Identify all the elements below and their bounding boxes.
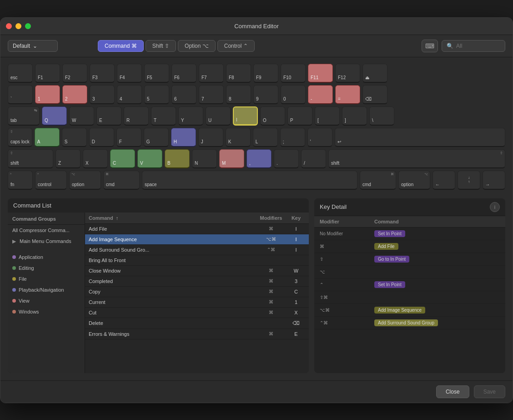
key-1[interactable]: 1 [35, 85, 60, 104]
key-e[interactable]: E [96, 106, 121, 126]
key-j[interactable]: J [198, 128, 223, 147]
key-esc[interactable]: esc [8, 64, 33, 83]
key-q[interactable]: Q [42, 106, 67, 126]
sidebar-item-view[interactable]: View [8, 295, 85, 306]
key-9[interactable]: 9 [253, 85, 278, 104]
key-i[interactable]: I [233, 106, 258, 126]
key-o[interactable]: O [260, 106, 285, 126]
key-c[interactable]: C [110, 149, 135, 168]
key-7[interactable]: 7 [199, 85, 224, 104]
key-0[interactable]: 0 [281, 85, 306, 104]
badge-add-surround-sound[interactable]: Add Surround Sound Group [374, 319, 438, 326]
key-f3[interactable]: F3 [90, 64, 115, 83]
key-n[interactable]: N [192, 149, 217, 168]
search-input[interactable] [456, 43, 497, 49]
key-fn[interactable]: ^ fn [8, 171, 33, 190]
cmd-row-close-window[interactable]: Close Window ⌘ W [85, 266, 309, 276]
key-y[interactable]: Y [178, 106, 203, 126]
key-f12[interactable]: F12 [335, 64, 360, 83]
key-updown[interactable]: ↓↑ [458, 171, 480, 190]
key-2[interactable]: 2 [62, 85, 87, 104]
key-m[interactable]: M [219, 149, 244, 168]
key-3[interactable]: 3 [90, 85, 115, 104]
sidebar-item-playback[interactable]: Playback/Navigation [8, 284, 85, 295]
key-period[interactable]: . [274, 149, 299, 168]
key-f1[interactable]: F1 [35, 64, 60, 83]
badge-go-to-in-point[interactable]: Go to In Point [374, 256, 409, 263]
save-button[interactable]: Save [474, 385, 505, 398]
cmd-row-delete[interactable]: Delete ⌫ [85, 318, 309, 329]
key-v[interactable]: V [137, 149, 162, 168]
key-f6[interactable]: F6 [171, 64, 196, 83]
key-8[interactable]: 8 [226, 85, 251, 104]
key-a[interactable]: A [35, 128, 60, 147]
key-comma[interactable]: , [246, 149, 272, 168]
key-lbracket[interactable]: [ [315, 106, 340, 126]
key-f7[interactable]: F7 [199, 64, 224, 83]
key-s[interactable]: S [62, 128, 87, 147]
key-eject[interactable]: ⏏ [362, 64, 387, 83]
sidebar-item-application[interactable]: Application [8, 252, 85, 263]
key-right[interactable]: → [483, 171, 505, 190]
badge-set-in-point-2[interactable]: Set In Point [374, 281, 405, 288]
cmd-row-errors[interactable]: Errors & Warnings ⌘ E [85, 329, 309, 339]
key-d[interactable]: D [89, 128, 114, 147]
close-traffic-light[interactable] [6, 23, 12, 29]
cmd-row-add-surround[interactable]: Add Surround Sound Gro... ⌃⌘ I [85, 245, 309, 255]
cmd-row-completed[interactable]: Completed ⌘ 3 [85, 276, 309, 287]
key-5[interactable]: 5 [144, 85, 169, 104]
cmd-row-cut[interactable]: Cut ⌘ X [85, 308, 309, 318]
key-g[interactable]: G [144, 128, 169, 147]
key-f11[interactable]: F11 [308, 64, 333, 83]
key-space[interactable]: space [142, 171, 357, 190]
key-h[interactable]: H [171, 128, 196, 147]
cmd-row-current[interactable]: Current ⌘ 1 [85, 297, 309, 308]
key-backslash[interactable]: \ [369, 106, 394, 126]
key-lcmd[interactable]: ⌘ cmd [103, 171, 140, 190]
minimize-traffic-light[interactable] [15, 23, 21, 29]
keyboard-icon-button[interactable]: ⌨ [422, 40, 438, 52]
key-f2[interactable]: F2 [62, 64, 87, 83]
key-l[interactable]: L [253, 128, 278, 147]
badge-add-file[interactable]: Add File [374, 243, 398, 250]
key-lshift[interactable]: ⇧ shift [8, 149, 53, 168]
preset-dropdown[interactable]: Default ⌄ [8, 40, 58, 52]
key-f8[interactable]: F8 [226, 64, 251, 83]
sidebar-item-all[interactable]: All Compressor Comma... [8, 225, 85, 236]
key-6[interactable]: 6 [171, 85, 196, 104]
key-k[interactable]: K [226, 128, 251, 147]
key-rbracket[interactable]: ] [342, 106, 367, 126]
key-f[interactable]: F [116, 128, 141, 147]
command-modifier-btn[interactable]: Command ⌘ [98, 40, 144, 52]
key-z[interactable]: Z [55, 149, 80, 168]
cmd-row-copy[interactable]: Copy ⌘ C [85, 287, 309, 297]
key-x[interactable]: X [83, 149, 108, 168]
key-u[interactable]: U [206, 106, 231, 126]
key-quote[interactable]: ' [307, 128, 332, 147]
sidebar-item-editing[interactable]: Editing [8, 263, 85, 273]
control-modifier-btn[interactable]: Control ⌃ [217, 40, 255, 52]
key-b[interactable]: B [165, 149, 190, 168]
key-4[interactable]: 4 [117, 85, 142, 104]
key-f5[interactable]: F5 [144, 64, 169, 83]
cmd-row-bring-all[interactable]: Bring All to Front [85, 255, 309, 266]
cmd-row-add-image-sequence[interactable]: Add Image Sequence ⌥⌘ I [85, 234, 309, 245]
key-p[interactable]: P [287, 106, 312, 126]
key-r[interactable]: R [124, 106, 149, 126]
key-f10[interactable]: F10 [281, 64, 306, 83]
option-modifier-btn[interactable]: Option ⌥ [178, 40, 216, 52]
key-tab[interactable]: ↹ tab [8, 106, 40, 126]
sidebar-item-windows[interactable]: Windows [8, 306, 85, 317]
key-return[interactable]: ↩ [335, 128, 505, 147]
info-button[interactable]: i [490, 202, 500, 212]
key-t[interactable]: T [151, 106, 176, 126]
key-capslock[interactable]: ⇧ caps lock [8, 128, 32, 147]
key-equals[interactable]: = [335, 85, 360, 104]
key-roption[interactable]: ⌥ option [398, 171, 430, 190]
badge-add-image-sequence[interactable]: Add Image Sequence [374, 307, 425, 314]
key-left[interactable]: ← [433, 171, 455, 190]
key-backspace[interactable]: ⌫ [362, 85, 387, 104]
key-f4[interactable]: F4 [117, 64, 142, 83]
key-backtick[interactable]: ` [8, 85, 33, 104]
key-loption[interactable]: ⌥ option [69, 171, 101, 190]
